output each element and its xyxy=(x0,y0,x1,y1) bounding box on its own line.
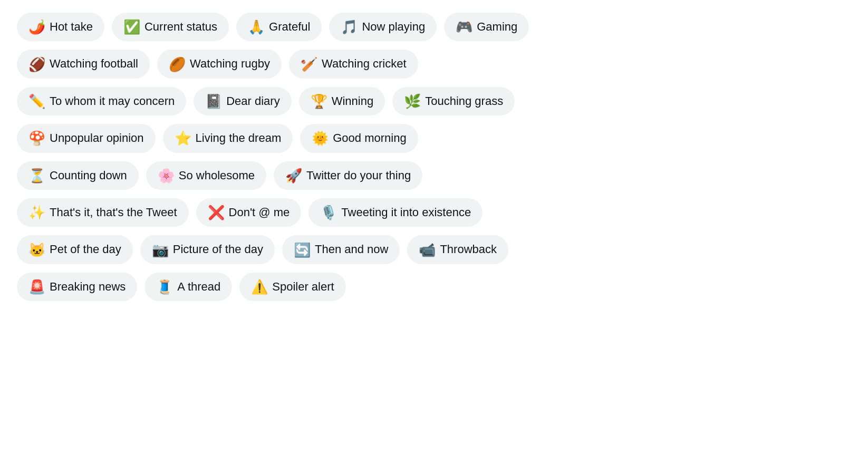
chip-emoji-watching-rugby: 🏉 xyxy=(169,57,186,71)
chip-emoji-twitter-do-your-thing: 🚀 xyxy=(285,169,302,182)
chip-tweeting-it-into-existence[interactable]: 🎙️Tweeting it into existence xyxy=(308,198,483,227)
chip-label-tweeting-it-into-existence: Tweeting it into existence xyxy=(341,206,471,219)
chip-label-dont-at-me: Don't @ me xyxy=(229,206,290,219)
chip-label-touching-grass: Touching grass xyxy=(425,94,503,108)
chip-watching-cricket[interactable]: 🏏Watching cricket xyxy=(289,50,418,78)
chip-breaking-news[interactable]: 🚨Breaking news xyxy=(17,273,137,301)
chips-row-row-1: 🌶️Hot take✅Current status🙏Grateful🎵Now p… xyxy=(17,13,851,41)
chip-emoji-picture-of-the-day: 📷 xyxy=(152,243,169,257)
chips-row-row-4: 🍄Unpopular opinion⭐Living the dream🌞Good… xyxy=(17,124,851,152)
chip-picture-of-the-day[interactable]: 📷Picture of the day xyxy=(140,235,275,264)
chip-touching-grass[interactable]: 🌿Touching grass xyxy=(392,87,515,115)
chip-winning[interactable]: 🏆Winning xyxy=(299,87,385,115)
chip-label-watching-football: Watching football xyxy=(50,57,138,71)
chip-emoji-breaking-news: 🚨 xyxy=(28,280,45,294)
chip-gaming[interactable]: 🎮Gaming xyxy=(444,13,529,41)
chip-label-now-playing: Now playing xyxy=(362,20,425,34)
chip-counting-down[interactable]: ⏳Counting down xyxy=(17,161,139,190)
chip-emoji-grateful: 🙏 xyxy=(248,20,265,34)
chip-label-unpopular-opinion: Unpopular opinion xyxy=(50,131,144,145)
chip-throwback[interactable]: 📹Throwback xyxy=(407,235,508,264)
chip-label-counting-down: Counting down xyxy=(50,169,127,182)
chip-grateful[interactable]: 🙏Grateful xyxy=(236,13,322,41)
chip-good-morning[interactable]: 🌞Good morning xyxy=(300,124,418,152)
chips-row-row-5: ⏳Counting down🌸So wholesome🚀Twitter do y… xyxy=(17,161,851,190)
chip-emoji-tweeting-it-into-existence: 🎙️ xyxy=(320,206,337,219)
chip-emoji-spoiler-alert: ⚠️ xyxy=(251,280,268,294)
chip-label-so-wholesome: So wholesome xyxy=(179,169,255,182)
chip-label-watching-rugby: Watching rugby xyxy=(190,57,270,71)
chip-label-gaming: Gaming xyxy=(477,20,517,34)
chip-a-thread[interactable]: 🧵A thread xyxy=(144,273,232,301)
chip-label-a-thread: A thread xyxy=(177,280,220,294)
chip-hot-take[interactable]: 🌶️Hot take xyxy=(17,13,104,41)
chip-so-wholesome[interactable]: 🌸So wholesome xyxy=(146,161,266,190)
chip-emoji-watching-cricket: 🏏 xyxy=(301,57,317,71)
chip-spoiler-alert[interactable]: ⚠️Spoiler alert xyxy=(239,273,345,301)
chips-row-row-8: 🚨Breaking news🧵A thread⚠️Spoiler alert xyxy=(17,273,851,301)
chip-emoji-good-morning: 🌞 xyxy=(312,131,329,145)
chip-emoji-living-the-dream: ⭐ xyxy=(175,131,191,145)
chip-label-grateful: Grateful xyxy=(269,20,310,34)
chips-container: 🌶️Hot take✅Current status🙏Grateful🎵Now p… xyxy=(17,13,851,301)
chip-label-then-and-now: Then and now xyxy=(315,243,388,256)
chip-emoji-so-wholesome: 🌸 xyxy=(158,169,175,182)
chip-emoji-watching-football: 🏈 xyxy=(28,57,45,71)
chip-living-the-dream[interactable]: ⭐Living the dream xyxy=(163,124,293,152)
chip-emoji-touching-grass: 🌿 xyxy=(404,94,421,108)
chip-label-twitter-do-your-thing: Twitter do your thing xyxy=(306,169,411,182)
chip-label-winning: Winning xyxy=(332,94,373,108)
chip-label-picture-of-the-day: Picture of the day xyxy=(173,243,263,256)
chip-emoji-pet-of-the-day: 🐱 xyxy=(28,243,45,257)
chip-label-breaking-news: Breaking news xyxy=(50,280,126,294)
chip-emoji-throwback: 📹 xyxy=(419,243,436,257)
chip-emoji-to-whom-it-may-concern: ✏️ xyxy=(28,94,45,108)
chip-label-current-status: Current status xyxy=(144,20,217,34)
chip-thats-it-thats-the-tweet[interactable]: ✨That's it, that's the Tweet xyxy=(17,198,189,227)
chip-twitter-do-your-thing[interactable]: 🚀Twitter do your thing xyxy=(274,161,422,190)
chip-emoji-unpopular-opinion: 🍄 xyxy=(28,131,45,145)
chip-watching-rugby[interactable]: 🏉Watching rugby xyxy=(157,50,282,78)
chip-pet-of-the-day[interactable]: 🐱Pet of the day xyxy=(17,235,133,264)
chip-label-throwback: Throwback xyxy=(440,243,497,256)
chip-emoji-thats-it-thats-the-tweet: ✨ xyxy=(28,206,45,219)
chip-watching-football[interactable]: 🏈Watching football xyxy=(17,50,150,78)
chip-now-playing[interactable]: 🎵Now playing xyxy=(329,13,437,41)
chip-emoji-current-status: ✅ xyxy=(123,20,140,34)
chip-label-spoiler-alert: Spoiler alert xyxy=(272,280,334,294)
chip-unpopular-opinion[interactable]: 🍄Unpopular opinion xyxy=(17,124,156,152)
chip-label-thats-it-thats-the-tweet: That's it, that's the Tweet xyxy=(50,206,177,219)
chips-row-row-2: 🏈Watching football🏉Watching rugby🏏Watchi… xyxy=(17,50,851,78)
chip-current-status[interactable]: ✅Current status xyxy=(112,13,229,41)
chip-emoji-hot-take: 🌶️ xyxy=(28,20,45,34)
chip-then-and-now[interactable]: 🔄Then and now xyxy=(282,235,400,264)
chip-emoji-gaming: 🎮 xyxy=(456,20,472,34)
chip-label-good-morning: Good morning xyxy=(333,131,406,145)
chips-row-row-3: ✏️To whom it may concern📓Dear diary🏆Winn… xyxy=(17,87,851,115)
chip-dear-diary[interactable]: 📓Dear diary xyxy=(194,87,291,115)
chip-label-watching-cricket: Watching cricket xyxy=(322,57,407,71)
chip-emoji-dont-at-me: ❌ xyxy=(208,206,225,219)
chip-label-hot-take: Hot take xyxy=(50,20,93,34)
chips-row-row-7: 🐱Pet of the day📷Picture of the day🔄Then … xyxy=(17,235,851,264)
chip-label-living-the-dream: Living the dream xyxy=(196,131,282,145)
chip-emoji-counting-down: ⏳ xyxy=(28,169,45,182)
chip-label-to-whom-it-may-concern: To whom it may concern xyxy=(50,94,175,108)
chip-to-whom-it-may-concern[interactable]: ✏️To whom it may concern xyxy=(17,87,186,115)
chip-emoji-winning: 🏆 xyxy=(311,94,327,108)
chip-emoji-dear-diary: 📓 xyxy=(205,94,222,108)
chips-row-row-6: ✨That's it, that's the Tweet❌Don't @ me🎙… xyxy=(17,198,851,227)
chip-emoji-a-thread: 🧵 xyxy=(156,280,173,294)
chip-emoji-then-and-now: 🔄 xyxy=(294,243,311,257)
chip-dont-at-me[interactable]: ❌Don't @ me xyxy=(196,198,302,227)
chip-label-pet-of-the-day: Pet of the day xyxy=(50,243,121,256)
chip-label-dear-diary: Dear diary xyxy=(226,94,279,108)
chip-emoji-now-playing: 🎵 xyxy=(341,20,358,34)
